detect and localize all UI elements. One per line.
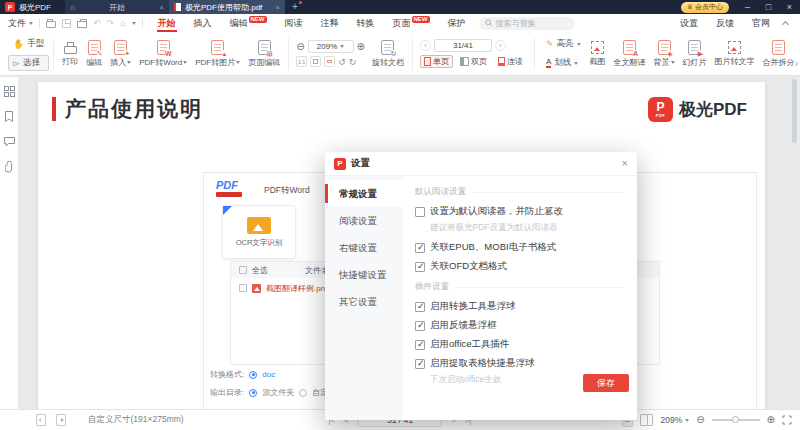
caret-down-icon[interactable] <box>132 22 136 25</box>
screenshot-button[interactable]: 截图 <box>586 40 610 67</box>
checkbox-checked-icon[interactable] <box>415 359 425 369</box>
tab-close-icon[interactable]: × <box>159 3 164 12</box>
view-mode-single[interactable]: 单页 <box>420 55 453 68</box>
actual-size-button[interactable]: 1:1 <box>296 56 307 67</box>
previous-page-icon[interactable]: ‹ <box>420 40 431 51</box>
image-to-text-button[interactable]: 图片转文字 <box>711 40 759 67</box>
checkbox-unchecked-icon[interactable] <box>415 207 425 217</box>
website-menu-button[interactable]: 官网 <box>743 17 779 30</box>
settings-menu-button[interactable]: 设置 <box>671 17 707 30</box>
checkbox-row[interactable]: 启用提取表格快捷悬浮球 <box>415 357 623 370</box>
checkbox-row[interactable]: 设置为默认阅读器，并防止篡改 <box>415 205 623 218</box>
page-grid-icon: ⊞ <box>258 40 271 55</box>
new-tab-button[interactable]: + <box>292 2 298 12</box>
zoom-out-icon[interactable]: ⊖ <box>296 42 304 52</box>
zoom-level-select[interactable]: 209% <box>308 40 354 53</box>
zoom-slider-thumb[interactable] <box>732 416 739 423</box>
feedback-menu-button[interactable]: 反馈 <box>707 17 743 30</box>
menu-tab-annotate[interactable]: 注释 <box>312 14 348 32</box>
dialog-nav-rightclick[interactable]: 右键设置 <box>325 234 403 261</box>
menu-tab-convert[interactable]: 转换 <box>348 14 384 32</box>
checkbox-checked-icon[interactable] <box>415 321 425 331</box>
collapse-ribbon-icon[interactable] <box>782 20 789 27</box>
open-file-icon[interactable] <box>46 21 56 28</box>
zoom-in-icon[interactable]: ⊕ <box>357 42 365 52</box>
checkbox-checked-icon[interactable] <box>415 302 425 312</box>
fit-page-button[interactable] <box>310 56 321 67</box>
rotate-left-icon[interactable]: ↺ <box>338 57 346 67</box>
menu-tab-start[interactable]: 开始 <box>149 14 185 32</box>
rotate-document-button[interactable]: ↻旋转文档 <box>368 40 408 68</box>
dialog-nav-general[interactable]: 常规设置 <box>325 180 403 207</box>
checkbox-row[interactable]: 关联OFD文档格式 <box>415 260 623 273</box>
menu-tab-insert[interactable]: 插入 <box>185 14 221 32</box>
vertical-scrollbar[interactable] <box>792 79 797 143</box>
radio-selected-icon <box>249 371 257 379</box>
save-button[interactable]: 保存 <box>583 374 629 392</box>
tab-close-icon[interactable]: × <box>275 3 280 12</box>
rotate-right-icon[interactable]: ↻ <box>349 57 357 67</box>
menu-tab-page[interactable]: 页面NEW <box>384 14 439 32</box>
translate-button[interactable]: A全文翻译 <box>610 40 650 68</box>
home-icon[interactable]: ⌂ <box>120 18 125 28</box>
save-icon[interactable] <box>62 19 71 28</box>
attachment-icon[interactable] <box>5 161 14 173</box>
print-icon[interactable] <box>77 21 87 28</box>
dialog-nav-shortcuts[interactable]: 快捷键设置 <box>325 261 403 288</box>
view-mode-continuous[interactable]: 连读 <box>494 55 527 68</box>
zoom-in-icon[interactable]: ⊕ <box>767 415 775 425</box>
checkbox-row[interactable]: 启用反馈悬浮框 <box>415 319 623 332</box>
fit-width-button[interactable] <box>324 56 335 67</box>
page-number-input[interactable]: 31/41 <box>434 39 492 52</box>
zoom-out-icon[interactable]: ⊖ <box>696 415 704 425</box>
dialog-close-icon[interactable]: × <box>622 158 628 169</box>
edit-button[interactable]: ✎编辑 <box>82 40 106 68</box>
bookmarks-icon[interactable] <box>4 111 14 122</box>
minimize-button[interactable]: – <box>737 0 758 14</box>
checkbox-row[interactable]: 关联EPUB、MOBI电子书格式 <box>415 241 623 254</box>
undo-icon[interactable]: ↶ <box>93 18 101 28</box>
fullscreen-icon[interactable] <box>782 415 792 425</box>
underline-button[interactable]: A划线 <box>541 55 586 71</box>
file-menu[interactable]: 文件 <box>8 17 33 30</box>
checkbox-checked-icon[interactable] <box>415 243 425 253</box>
checkbox-row[interactable]: 启用office工具插件 <box>415 338 623 351</box>
checkbox-checked-icon[interactable] <box>415 340 425 350</box>
slideshow-button[interactable]: ▶幻灯片 <box>679 40 711 68</box>
vip-center-button[interactable]: ♛ 会员中心 <box>681 2 729 13</box>
comments-icon[interactable] <box>4 136 15 147</box>
next-view-icon[interactable] <box>56 414 66 426</box>
thumbnails-icon[interactable] <box>4 86 15 97</box>
page-edit-button[interactable]: ⊞页面编辑 <box>244 40 284 68</box>
dialog-nav-other[interactable]: 其它设置 <box>325 288 403 315</box>
zoom-slider[interactable] <box>712 419 760 421</box>
print-button[interactable]: 打印 <box>58 40 82 67</box>
maximize-button[interactable]: □ <box>758 0 779 14</box>
next-page-icon[interactable]: › <box>495 40 506 51</box>
pdf-to-word-button[interactable]: WPDF转Word <box>135 40 191 68</box>
menu-tab-protect[interactable]: 保护 <box>439 14 475 32</box>
dialog-nav-reading[interactable]: 阅读设置 <box>325 207 403 234</box>
tab-home[interactable]: ⌂ 开始 × <box>65 0 169 14</box>
checkbox-checked-icon[interactable] <box>415 262 425 272</box>
redo-icon[interactable]: ↷ <box>107 18 115 28</box>
merge-split-icon <box>772 40 785 55</box>
search-input[interactable]: 搜索与替换 <box>479 17 575 30</box>
hand-tool-button[interactable]: ✋手型 <box>8 36 49 52</box>
menu-tab-read[interactable]: 阅读 <box>276 14 312 32</box>
book-view-icon[interactable] <box>640 414 653 426</box>
view-mode-double[interactable]: 双页 <box>456 55 491 68</box>
highlight-button[interactable]: ✎高亮 <box>541 36 586 52</box>
insert-button[interactable]: +插入 <box>106 40 135 68</box>
zoom-level-select[interactable]: 209% <box>660 415 689 425</box>
select-tool-button[interactable]: ▻选择 <box>8 55 49 71</box>
checkbox-row[interactable]: 启用转换工具悬浮球 <box>415 300 623 313</box>
toolbar-more-icon[interactable]: › <box>795 58 798 69</box>
merge-split-button[interactable]: 合并拆分 <box>759 40 799 68</box>
tab-document[interactable]: 极光PDF使用帮助.pdf × <box>169 0 285 14</box>
prev-view-icon[interactable] <box>36 414 46 426</box>
close-button[interactable]: × <box>779 0 800 14</box>
background-button[interactable]: ◈背景 <box>650 40 679 68</box>
menu-tab-edit[interactable]: 编辑NEW <box>221 14 276 32</box>
pdf-to-image-button[interactable]: ▴PDF转图片 <box>191 40 244 68</box>
